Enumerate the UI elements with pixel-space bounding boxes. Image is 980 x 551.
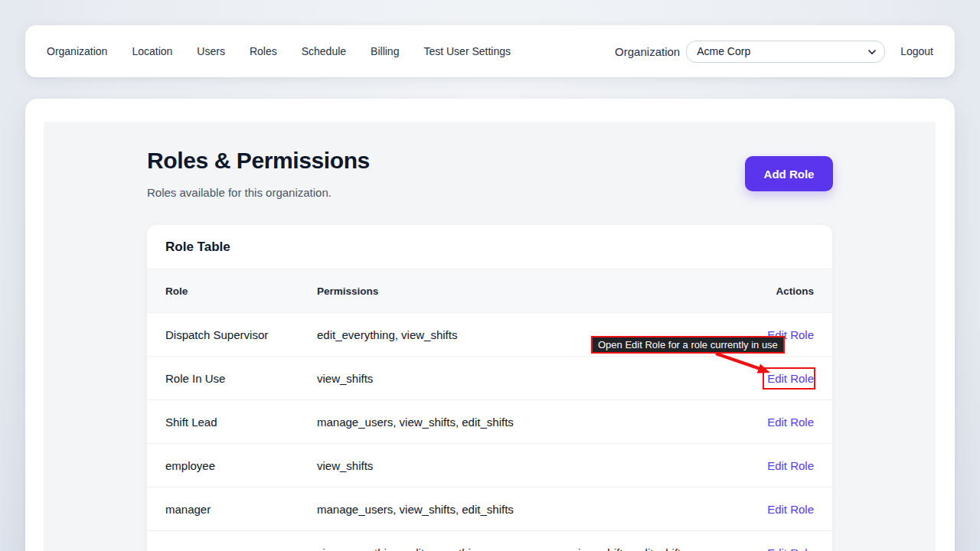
content-panel: Roles & Permissions Roles available for …	[44, 122, 936, 551]
nav-item-organization[interactable]: Organization	[47, 45, 107, 57]
table-row: Dispatch Supervisor edit_everything, vie…	[147, 313, 832, 357]
nav-item-users[interactable]: Users	[197, 45, 225, 57]
role-table-header: Role Table	[147, 225, 832, 269]
edit-role-link-role-in-use[interactable]: Edit Role	[767, 372, 814, 385]
role-table-card: Role Table Role Permissions Actions Disp…	[147, 225, 832, 551]
nav-item-roles[interactable]: Roles	[250, 45, 277, 57]
main-nav: Organization Location Users Roles Schedu…	[47, 45, 511, 57]
role-cell: employee	[165, 459, 317, 472]
edit-role-link[interactable]: Edit Role	[767, 546, 814, 551]
permissions-cell: manage_users, view_shifts, edit_shifts	[317, 503, 714, 516]
main-card: Roles & Permissions Roles available for …	[25, 99, 955, 551]
permissions-cell: view_everything, edit_everything, manage…	[317, 546, 714, 551]
nav-item-location[interactable]: Location	[132, 45, 172, 57]
nav-item-test-user-settings[interactable]: Test User Settings	[423, 45, 511, 57]
permissions-cell: view_shifts	[317, 459, 714, 472]
content-column: Roles & Permissions Roles available for …	[147, 122, 833, 551]
role-cell: Shift Lead	[165, 416, 317, 429]
edit-role-link[interactable]: Edit Role	[767, 416, 814, 429]
column-header-permissions: Permissions	[317, 285, 714, 297]
table-row: Shift Lead manage_users, view_shifts, ed…	[147, 400, 832, 444]
page-title: Roles & Permissions	[147, 147, 370, 174]
organization-select[interactable]: Acme Corp	[686, 41, 885, 63]
role-cell: Role In Use	[165, 372, 317, 385]
organization-select-wrap: Acme Corp	[686, 41, 885, 63]
logout-link[interactable]: Logout	[900, 45, 933, 57]
role-table-title: Role Table	[165, 240, 230, 255]
organization-select-label: Organization	[615, 45, 680, 58]
permissions-cell: manage_users, view_shifts, edit_shifts	[317, 416, 714, 429]
permissions-cell: edit_everything, view_shifts	[317, 328, 714, 341]
role-cell: owner	[165, 546, 317, 551]
permissions-cell: view_shifts	[317, 372, 714, 385]
add-role-button[interactable]: Add Role	[745, 156, 833, 191]
nav-item-billing[interactable]: Billing	[371, 45, 399, 57]
page-subtitle: Roles available for this organization.	[147, 186, 332, 199]
edit-role-link[interactable]: Edit Role	[767, 459, 814, 472]
edit-role-link[interactable]: Edit Role	[767, 503, 814, 516]
table-column-header-row: Role Permissions Actions	[147, 269, 832, 313]
table-row: employee view_shifts Edit Role	[147, 444, 832, 487]
nav-item-schedule[interactable]: Schedule	[302, 45, 346, 57]
edit-role-link[interactable]: Edit Role	[767, 328, 814, 341]
table-row: manager manage_users, view_shifts, edit_…	[147, 487, 832, 531]
role-cell: manager	[165, 503, 317, 516]
column-header-actions: Actions	[714, 285, 814, 297]
table-row: owner view_everything, edit_everything, …	[147, 531, 832, 551]
nav-right-group: Organization Acme Corp Logout	[615, 41, 933, 63]
top-nav-bar: Organization Location Users Roles Schedu…	[25, 25, 955, 77]
role-cell: Dispatch Supervisor	[165, 328, 317, 341]
column-header-role: Role	[165, 285, 317, 297]
table-row-role-in-use: Role In Use view_shifts Edit Role	[147, 357, 832, 400]
